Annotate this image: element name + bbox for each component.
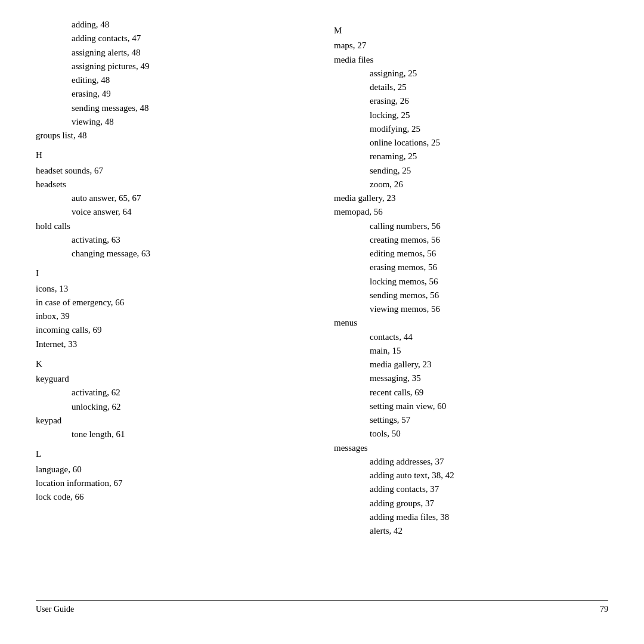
sub-entry: sending, 25 <box>334 164 608 178</box>
sub-entry: erasing memos, 56 <box>334 261 608 274</box>
sub-entry: erasing, 49 <box>36 87 310 101</box>
sub-entry: editing, 48 <box>36 73 310 87</box>
sub-entry: adding media files, 38 <box>334 510 608 524</box>
sub-entry: assigning alerts, 48 <box>36 46 310 60</box>
sub-entry: activating, 62 <box>36 386 310 400</box>
sub-entry: online locations, 25 <box>334 136 608 150</box>
top-level-entry: memopad, 56 <box>334 205 608 219</box>
page: adding, 48adding contacts, 47assigning a… <box>0 0 644 644</box>
sub-entry: adding auto text, 38, 42 <box>334 469 608 482</box>
footer-left-label: User Guide <box>36 605 74 614</box>
section-letter: K <box>36 357 310 371</box>
sub-entry: modifying, 25 <box>334 122 608 136</box>
sub-entry: locking, 25 <box>334 109 608 122</box>
top-level-entry: lock code, 66 <box>36 490 310 504</box>
top-level-entry: location information, 67 <box>36 476 310 490</box>
sub-entry: assigning pictures, 49 <box>36 60 310 73</box>
sub-entry: viewing memos, 56 <box>334 302 608 316</box>
top-level-entry: keyguard <box>36 372 310 386</box>
section-letter: M <box>334 24 608 38</box>
top-level-entry: icons, 13 <box>36 282 310 296</box>
sub-entry: main, 15 <box>334 344 608 358</box>
sub-entry: erasing, 26 <box>334 94 608 108</box>
content-area: adding, 48adding contacts, 47assigning a… <box>36 18 608 596</box>
sub-entry: media gallery, 23 <box>334 358 608 371</box>
sub-entry: setting main view, 60 <box>334 400 608 413</box>
top-level-entry: menus <box>334 316 608 330</box>
sub-entry: recent calls, 69 <box>334 386 608 400</box>
sub-entry: creating memos, 56 <box>334 233 608 247</box>
top-level-entry: media gallery, 23 <box>334 191 608 205</box>
sub-entry: voice answer, 64 <box>36 205 310 219</box>
footer-page-number: 79 <box>600 605 608 614</box>
top-level-entry: language, 60 <box>36 463 310 476</box>
top-level-entry: groups list, 48 <box>36 129 310 143</box>
top-level-entry: media files <box>334 53 608 67</box>
top-level-entry: headsets <box>36 178 310 191</box>
sub-entry: details, 25 <box>334 80 608 94</box>
sub-entry: settings, 57 <box>334 413 608 427</box>
top-level-entry: inbox, 39 <box>36 309 310 323</box>
sub-entry: zoom, 26 <box>334 178 608 191</box>
section-letter: L <box>36 447 310 461</box>
sub-entry: changing message, 63 <box>36 247 310 261</box>
top-level-entry: headset sounds, 67 <box>36 164 310 178</box>
sub-entry: adding contacts, 47 <box>36 32 310 45</box>
left-column: adding, 48adding contacts, 47assigning a… <box>36 18 322 596</box>
sub-entry: calling numbers, 56 <box>334 219 608 233</box>
sub-entry: adding, 48 <box>36 18 310 32</box>
footer: User Guide 79 <box>36 600 608 614</box>
sub-entry: assigning, 25 <box>334 67 608 80</box>
sub-entry: alerts, 42 <box>334 524 608 538</box>
top-level-entry: in case of emergency, 66 <box>36 296 310 309</box>
sub-entry: adding contacts, 37 <box>334 482 608 496</box>
sub-entry: locking memos, 56 <box>334 275 608 289</box>
top-level-entry: messages <box>334 441 608 455</box>
sub-entry: adding addresses, 37 <box>334 455 608 469</box>
sub-entry: tone length, 61 <box>36 428 310 441</box>
sub-entry: sending messages, 48 <box>36 101 310 115</box>
top-level-entry: Internet, 33 <box>36 338 310 351</box>
top-level-entry: incoming calls, 69 <box>36 323 310 337</box>
right-column: Mmaps, 27media filesassigning, 25details… <box>322 18 608 596</box>
sub-entry: contacts, 44 <box>334 330 608 344</box>
sub-entry: unlocking, 62 <box>36 400 310 414</box>
sub-entry: viewing, 48 <box>36 115 310 129</box>
section-letter: I <box>36 267 310 280</box>
top-level-entry: keypad <box>36 414 310 428</box>
sub-entry: messaging, 35 <box>334 371 608 385</box>
sub-entry: tools, 50 <box>334 427 608 441</box>
section-letter: H <box>36 148 310 162</box>
sub-entry: sending memos, 56 <box>334 289 608 302</box>
sub-entry: adding groups, 37 <box>334 497 608 510</box>
sub-entry: editing memos, 56 <box>334 247 608 261</box>
sub-entry: renaming, 25 <box>334 150 608 163</box>
top-level-entry: hold calls <box>36 219 310 233</box>
sub-entry: activating, 63 <box>36 233 310 247</box>
sub-entry: auto answer, 65, 67 <box>36 191 310 205</box>
top-level-entry: maps, 27 <box>334 39 608 52</box>
